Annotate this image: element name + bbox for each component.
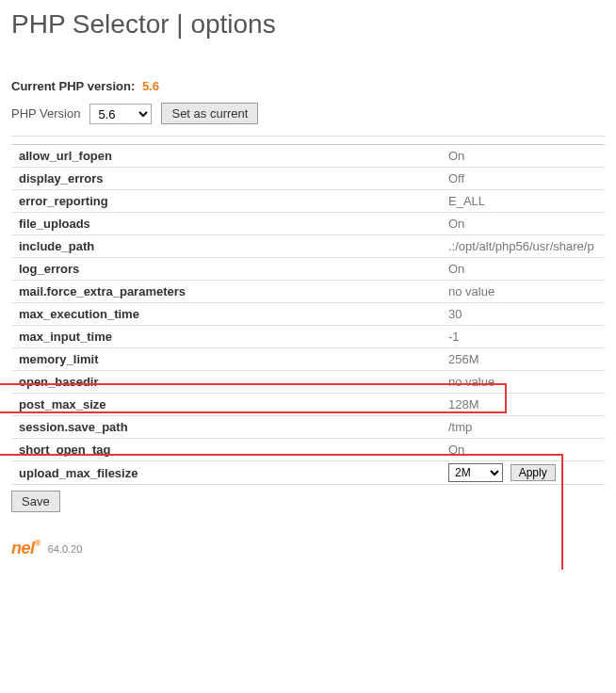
option-row: short_open_tagOn bbox=[11, 439, 605, 461]
option-row-upload-max-filesize: upload_max_filesize 2M 2M4M8M16M32M64M12… bbox=[11, 461, 605, 485]
option-value[interactable]: On bbox=[448, 443, 601, 457]
php-version-row: PHP Version 5.6 Set as current bbox=[11, 103, 605, 137]
option-name: file_uploads bbox=[15, 217, 448, 231]
option-value[interactable]: E_ALL bbox=[448, 194, 601, 208]
footer: nel® 64.0.20 bbox=[11, 539, 605, 558]
option-row: error_reportingE_ALL bbox=[11, 190, 605, 213]
option-name: session.save_path bbox=[15, 420, 448, 434]
option-value[interactable]: 256M bbox=[448, 352, 601, 366]
option-row: allow_url_fopenOn bbox=[11, 145, 605, 168]
option-name: mail.force_extra_parameters bbox=[15, 284, 448, 298]
option-value[interactable]: -1 bbox=[448, 330, 601, 344]
option-row: post_max_size128M bbox=[11, 394, 605, 416]
registered-mark: ® bbox=[35, 539, 41, 548]
upload-max-filesize-select[interactable]: 2M bbox=[448, 463, 503, 482]
cpanel-logo: nel® bbox=[11, 539, 41, 558]
cpanel-logo-text: nel bbox=[11, 539, 35, 557]
option-value[interactable]: no value bbox=[448, 284, 601, 298]
option-row: log_errorsOn bbox=[11, 258, 605, 281]
option-name: display_errors bbox=[15, 171, 448, 185]
set-as-current-button[interactable]: Set as current bbox=[161, 103, 258, 124]
option-name: upload_max_filesize bbox=[15, 466, 448, 480]
option-row: include_path.:/opt/alt/php56/usr/share/p bbox=[11, 235, 605, 258]
current-php-version-label: Current PHP version: bbox=[11, 79, 135, 93]
option-name: log_errors bbox=[15, 262, 448, 276]
option-value[interactable]: no value bbox=[448, 375, 601, 389]
option-name: memory_limit bbox=[15, 352, 448, 366]
option-value[interactable]: On bbox=[448, 217, 601, 231]
option-value: 2M 2M4M8M16M32M64M128M256M512M1G Apply bbox=[448, 463, 601, 482]
php-version-label: PHP Version bbox=[11, 106, 80, 121]
current-php-version-value: 5.6 bbox=[142, 79, 159, 93]
option-name: allow_url_fopen bbox=[15, 149, 448, 163]
option-name: max_input_time bbox=[15, 330, 448, 344]
option-row: max_input_time-1 bbox=[11, 326, 605, 348]
save-button[interactable]: Save bbox=[11, 491, 60, 512]
option-name: open_basedir bbox=[15, 375, 448, 389]
option-value[interactable]: Off bbox=[448, 171, 601, 185]
option-row: session.save_path/tmp bbox=[11, 416, 605, 439]
option-value[interactable]: /tmp bbox=[448, 420, 601, 434]
php-version-select[interactable]: 5.6 bbox=[89, 104, 152, 124]
option-value[interactable]: 30 bbox=[448, 307, 601, 321]
option-row: mail.force_extra_parametersno value bbox=[11, 281, 605, 303]
option-name: short_open_tag bbox=[15, 443, 448, 457]
option-value[interactable]: On bbox=[448, 262, 601, 276]
php-options-table: allow_url_fopenOndisplay_errorsOfferror_… bbox=[11, 144, 605, 461]
option-row: display_errorsOff bbox=[11, 168, 605, 190]
option-name: include_path bbox=[15, 239, 448, 253]
option-value[interactable]: On bbox=[448, 149, 601, 163]
option-row: file_uploadsOn bbox=[11, 213, 605, 235]
option-value[interactable]: 128M bbox=[448, 397, 601, 411]
option-name: post_max_size bbox=[15, 397, 448, 411]
option-row: memory_limit256M bbox=[11, 348, 605, 371]
option-row: open_basedirno value bbox=[11, 371, 605, 394]
option-value[interactable]: .:/opt/alt/php56/usr/share/p bbox=[448, 239, 601, 253]
apply-button[interactable]: Apply bbox=[511, 464, 556, 481]
option-row: max_execution_time30 bbox=[11, 303, 605, 326]
option-name: error_reporting bbox=[15, 194, 448, 208]
page-title: PHP Selector | options bbox=[0, 0, 616, 43]
option-name: max_execution_time bbox=[15, 307, 448, 321]
current-php-version-row: Current PHP version: 5.6 bbox=[11, 79, 605, 93]
footer-version: 64.0.20 bbox=[48, 543, 83, 555]
